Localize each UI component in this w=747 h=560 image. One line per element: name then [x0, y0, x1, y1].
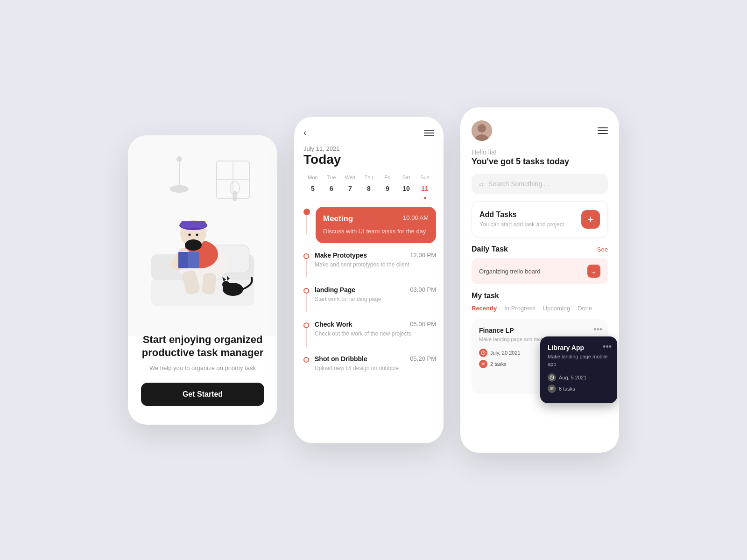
day-number: 6 [325, 182, 338, 195]
day-name: Tue [327, 175, 336, 180]
back-button[interactable]: ‹ [303, 128, 306, 138]
three-dots-icon[interactable]: ••• [603, 342, 612, 352]
timeline-dot [303, 322, 309, 328]
card-desc: Make landing page mobile app [548, 353, 610, 368]
task-time: 12.00 PM [410, 252, 436, 259]
onboarding-content: Start enjoying organized productive task… [141, 333, 264, 406]
timeline-item[interactable]: Shot on Dribbble05.20 PMUpload new UI de… [303, 355, 444, 372]
add-tasks-card: Add Tasks You can start add task and pro… [472, 201, 608, 238]
svg-rect-17 [180, 221, 206, 228]
timeline-dot [303, 357, 309, 363]
task-desc: Discuss with UI team tasks for the day [323, 227, 429, 236]
card-title: Library App [548, 344, 610, 351]
day-name: Wed [345, 175, 355, 180]
clock-icon [479, 349, 487, 357]
menu-button[interactable] [424, 130, 434, 136]
see-link[interactable]: See [597, 246, 608, 253]
task-tab[interactable]: Upcoming [543, 305, 571, 312]
week-days: Mon5Tue6Wed7Thu8Fri9Sat10Sun11 [294, 175, 444, 207]
my-task-section: My task RecentlyIn ProgressUpcomingDone … [472, 292, 608, 394]
svg-rect-6 [233, 191, 237, 201]
add-tasks-text: Add Tasks You can start add task and pro… [479, 210, 564, 229]
task-tab[interactable]: Recently [472, 305, 497, 312]
task-cards-row: •••Finance LPMake landing page and mobil… [472, 319, 608, 394]
timeline-dot [303, 288, 309, 294]
task-desc: Upload new UI design on dribbble [315, 364, 436, 372]
greeting: Hello lia! [472, 148, 608, 156]
timeline-line [306, 215, 307, 234]
timeline-line [306, 328, 307, 347]
task-tab[interactable]: Done [578, 305, 592, 312]
day-number: 9 [381, 182, 394, 195]
search-bar[interactable]: ⌕ Search Something . . . [472, 174, 608, 194]
task-card: Shot on Dribbble05.20 PMUpload new UI de… [315, 355, 436, 372]
task-title: Shot on Dribbble [315, 355, 367, 363]
day-name: Sun [420, 175, 430, 180]
day-number: 5 [306, 182, 319, 195]
hamburger-line-2 [598, 130, 608, 131]
day-item[interactable]: Tue6 [325, 175, 338, 199]
day-item[interactable]: Sat10 [400, 175, 413, 199]
day-number: 7 [344, 182, 357, 195]
task-desc: Start work on landing page [315, 295, 436, 303]
get-started-button[interactable]: Get Started [141, 383, 264, 406]
active-day-dot [424, 197, 426, 199]
illustration [142, 152, 263, 320]
svg-point-20 [196, 234, 198, 236]
card-tasks: 6 tasks [559, 386, 575, 392]
daily-task-header: Daily Task See [472, 245, 608, 253]
expand-button[interactable]: ⌄ [587, 265, 600, 278]
day-number: 8 [362, 182, 375, 195]
daily-task-text: Organizing trello board [479, 268, 541, 275]
tasks-icon [548, 385, 556, 393]
hamburger-line-3 [598, 133, 608, 134]
dashboard-screen: Hello lia! You've got 5 tasks today ⌕ Se… [460, 107, 619, 453]
task-tabs: RecentlyIn ProgressUpcomingDone [472, 305, 608, 312]
day-item[interactable]: Wed7 [344, 175, 357, 199]
three-dots-icon[interactable]: ••• [593, 325, 602, 335]
svg-line-34 [483, 353, 484, 353]
add-task-button[interactable]: + [581, 210, 600, 229]
hamburger-line-1 [598, 127, 608, 128]
day-item[interactable]: Fri9 [381, 175, 394, 199]
onboarding-title: Start enjoying organized productive task… [141, 333, 264, 360]
timeline-item[interactable]: Meeting10.00 AMDiscuss with UI team task… [303, 207, 444, 243]
task-time: 05.20 PM [410, 355, 436, 362]
svg-point-1 [176, 156, 182, 162]
add-tasks-title: Add Tasks [479, 210, 564, 219]
task-card: Make Prototypes12.00 PMMake and sent pro… [315, 252, 436, 269]
day-item[interactable]: Mon5 [306, 175, 319, 199]
day-name: Thu [365, 175, 374, 180]
illustration-area [128, 135, 277, 336]
day-item[interactable]: Sun11 [418, 175, 431, 199]
calendar-screen: ‹ July 11, 2021 Today Mon5Tue6Wed7Thu8Fr… [294, 117, 444, 443]
svg-point-18 [185, 239, 202, 251]
task-tab[interactable]: In Progress [504, 305, 535, 312]
task-title: landing Page [315, 286, 355, 294]
svg-point-2 [170, 185, 189, 193]
task-card: Meeting10.00 AMDiscuss with UI team task… [316, 207, 436, 243]
timeline-item[interactable]: Check Work05.00 PMCheck out the work of … [303, 321, 444, 347]
today-label: Today [303, 152, 434, 167]
task-mini-card[interactable]: •••Library AppMake landing page mobile a… [540, 336, 617, 403]
day-number: 11 [418, 182, 431, 195]
task-desc: Make and sent prototypes to the client [315, 261, 436, 269]
svg-point-19 [189, 234, 191, 236]
tasks-icon [479, 360, 487, 368]
task-count: You've got 5 tasks today [472, 157, 608, 167]
day-name: Fri [385, 175, 391, 180]
hamburger-button[interactable] [598, 127, 608, 134]
timeline-item[interactable]: landing Page03.00 PMStart work on landin… [303, 286, 444, 312]
avatar [472, 120, 492, 141]
task-title: Meeting [323, 214, 353, 224]
profile-bar [472, 120, 608, 141]
card-tasks: 2 tasks [490, 361, 507, 367]
search-icon: ⌕ [479, 180, 484, 188]
timeline-dot [303, 209, 310, 215]
onboarding-subtitle: We help you to organize on priority task [141, 364, 264, 371]
timeline-item[interactable]: Make Prototypes12.00 PMMake and sent pro… [303, 252, 444, 278]
daily-task-item: Organizing trello board ⌄ [472, 258, 608, 284]
day-name: Sat [402, 175, 410, 180]
task-time: 10.00 AM [403, 214, 429, 221]
day-item[interactable]: Thu8 [362, 175, 375, 199]
